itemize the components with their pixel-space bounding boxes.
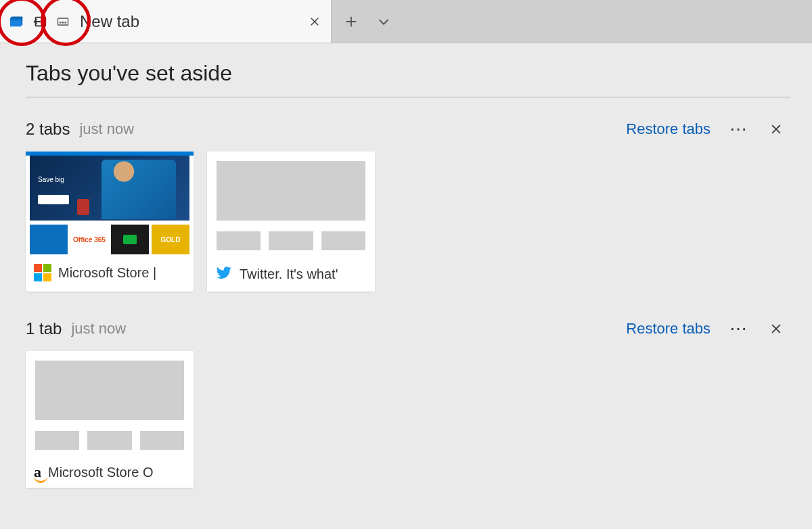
microsoft-icon — [34, 264, 51, 281]
tab-group: 1 tab just now Restore tabs ⋯ — [22, 319, 790, 488]
tab-tile-label: Microsoft Store | — [58, 265, 156, 281]
tab-group-header: 1 tab just now Restore tabs ⋯ — [22, 319, 790, 339]
tab-preview-icon — [56, 15, 70, 28]
tab-group-count: 1 tab — [26, 319, 62, 338]
tab-group: 2 tabs just now Restore tabs ⋯ — [22, 119, 790, 292]
restore-tabs-link[interactable]: Restore tabs — [626, 120, 710, 138]
twitter-icon — [215, 264, 233, 285]
more-icon: ⋯ — [729, 319, 747, 340]
plus-icon — [344, 14, 359, 29]
tab-group-header: 2 tabs just now Restore tabs ⋯ — [22, 119, 790, 139]
new-tab-button[interactable] — [340, 10, 363, 33]
tab-group-count: 2 tabs — [26, 120, 70, 139]
group-more-button[interactable]: ⋯ — [728, 119, 748, 139]
tab-group-time: just now — [71, 320, 626, 338]
tab-tile[interactable]: Twitter. It's what' — [207, 152, 375, 292]
tab-thumbnail — [207, 152, 375, 257]
tab-thumbnail — [26, 351, 194, 457]
active-tab-title: New tab — [80, 12, 298, 31]
tab-dropdown-button[interactable] — [372, 10, 395, 33]
group-more-button[interactable]: ⋯ — [728, 319, 748, 339]
close-icon — [769, 122, 783, 136]
tab-preview-button[interactable] — [51, 10, 74, 33]
page-title: Tabs you've set aside — [26, 61, 790, 97]
remove-group-button[interactable] — [766, 319, 786, 339]
tabbar-actions — [332, 0, 395, 43]
browser-tabbar: New tab — [0, 0, 812, 43]
svg-rect-6 — [60, 22, 62, 24]
tab-tile-label: Microsoft Store O — [48, 465, 154, 480]
svg-rect-8 — [65, 22, 67, 24]
tab-tile[interactable]: Save big Office 365 GOLD Microsoft Stor — [26, 152, 194, 292]
svg-rect-7 — [62, 22, 64, 24]
active-tab[interactable]: New tab — [0, 0, 332, 43]
close-icon — [769, 322, 783, 336]
remove-group-button[interactable] — [766, 119, 786, 139]
close-tab-button[interactable] — [298, 16, 331, 28]
amazon-icon: a — [34, 463, 41, 481]
chevron-down-icon — [376, 14, 391, 29]
tabs-aside-icon — [9, 14, 24, 29]
svg-rect-3 — [10, 18, 22, 20]
tab-group-time: just now — [79, 120, 626, 138]
restore-tabs-link[interactable]: Restore tabs — [626, 320, 710, 338]
tab-tile-label: Twitter. It's what' — [240, 267, 338, 282]
tab-tile[interactable]: a Microsoft Store O — [26, 351, 194, 488]
close-icon — [309, 16, 321, 28]
set-tabs-aside-button[interactable] — [28, 10, 51, 33]
set-aside-panel: Tabs you've set aside 2 tabs just now Re… — [0, 43, 812, 529]
tab-thumbnail: Save big Office 365 GOLD — [26, 152, 194, 257]
more-icon: ⋯ — [729, 119, 747, 140]
set-aside-icon — [32, 14, 47, 29]
show-tabs-aside-button[interactable] — [5, 10, 28, 33]
